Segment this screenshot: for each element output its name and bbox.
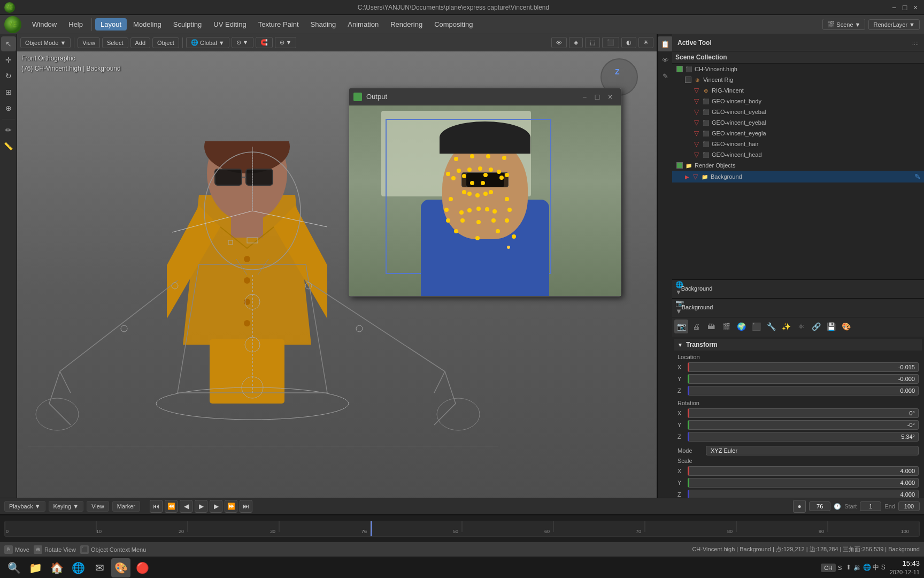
props-tab-view[interactable]: 👁: [658, 52, 673, 67]
props-bg-btn[interactable]: Background: [689, 282, 704, 295]
rot-y[interactable]: -0°: [688, 420, 919, 430]
sc-check-vincent-rig[interactable]: [685, 77, 691, 83]
prop-icon-constraint[interactable]: 🔗: [809, 320, 823, 333]
overlay-btn[interactable]: 👁: [551, 37, 567, 48]
timeline-ruler[interactable]: 0 10 20 30 76 50 60 70 80 90 1: [4, 521, 920, 537]
end-value[interactable]: 100: [898, 501, 920, 511]
jump-end-btn[interactable]: ⏭: [240, 500, 252, 513]
sc-item-geo-eyegla[interactable]: ▽ ⬛ GEO-vincent_eyegla: [672, 128, 924, 139]
viewport[interactable]: Object Mode ▼ View Select Add Object 🌐 G…: [17, 34, 657, 557]
add-menu-btn[interactable]: Add: [130, 37, 151, 48]
prop-icon-particles[interactable]: ✨: [779, 320, 793, 333]
rot-x[interactable]: 0°: [688, 408, 919, 418]
minimize-button[interactable]: −: [890, 3, 898, 12]
object-menu-btn[interactable]: Object: [152, 37, 179, 48]
tool-scale[interactable]: ⊞: [1, 85, 16, 100]
loc-y[interactable]: -0.000: [688, 374, 919, 384]
shading-solid-btn[interactable]: ⬛: [602, 37, 619, 48]
tool-cursor[interactable]: ↖: [1, 36, 16, 51]
sc-item-geo-hair[interactable]: ▽ ⬛ GEO-vincent_hair: [672, 139, 924, 149]
menu-shading[interactable]: Shading: [305, 18, 342, 31]
frame-number[interactable]: [809, 501, 830, 511]
current-frame-dot[interactable]: ●: [793, 500, 806, 513]
maximize-button[interactable]: □: [900, 3, 909, 12]
prop-icon-mod[interactable]: 🔧: [764, 320, 778, 333]
taskbar-blender[interactable]: 🎨: [111, 558, 130, 577]
tool-measure[interactable]: 📏: [1, 139, 16, 154]
scale-y[interactable]: 4.000: [688, 478, 919, 488]
sc-item-geo-eyebal1[interactable]: ▽ ⬛ GEO-vincent_eyebal: [672, 107, 924, 117]
close-button[interactable]: ×: [911, 3, 920, 12]
prop-icon-phys[interactable]: ⚛: [794, 320, 808, 333]
jump-start-btn[interactable]: ⏮: [150, 500, 163, 513]
play-btn[interactable]: ▶: [195, 500, 207, 513]
menu-sculpting[interactable]: Sculpting: [168, 18, 207, 31]
prop-icon-obj[interactable]: ⬛: [749, 320, 763, 333]
tool-transform[interactable]: ⊕: [1, 101, 16, 116]
transform-global-btn[interactable]: 🌐 Global ▼: [186, 37, 229, 48]
output-maximize[interactable]: □: [591, 92, 604, 102]
menu-layout[interactable]: Layout: [95, 18, 127, 31]
object-mode-btn[interactable]: Object Mode ▼: [20, 37, 71, 48]
start-value[interactable]: 1: [860, 501, 881, 511]
marker-btn[interactable]: Marker: [112, 501, 140, 512]
transform-pivot-btn[interactable]: ⊙ ▼: [232, 37, 253, 48]
snap-btn[interactable]: 🧲: [256, 37, 273, 48]
sc-item-geo-head[interactable]: ▽ ⬛ GEO-vincent_head: [672, 149, 924, 160]
tool-annotate[interactable]: ✏: [1, 123, 16, 138]
props-tab-item[interactable]: 📋: [658, 36, 673, 51]
shading-render-btn[interactable]: ☀: [638, 37, 653, 48]
prop-icon-mat[interactable]: 🎨: [839, 320, 853, 333]
taskbar-mail[interactable]: ✉: [90, 558, 109, 577]
select-menu-btn[interactable]: Select: [102, 37, 128, 48]
prop-icon-output[interactable]: 🖨: [689, 320, 703, 333]
mode-value[interactable]: XYZ Euler: [706, 446, 919, 455]
output-titlebar[interactable]: Output − □ ×: [349, 88, 621, 105]
loc-z[interactable]: 0.000: [688, 386, 919, 396]
taskbar-red-app[interactable]: 🔴: [133, 558, 152, 577]
menu-help[interactable]: Help: [63, 18, 88, 31]
prev-frame-btn[interactable]: ⏪: [165, 500, 178, 513]
view-menu-btn[interactable]: View: [78, 37, 100, 48]
menu-window[interactable]: Window: [27, 18, 62, 31]
sc-check-render[interactable]: [676, 162, 683, 169]
sc-item-background[interactable]: ▶ ▽ 📁 Background ✎: [672, 171, 924, 182]
playback-btn[interactable]: Playback ▼: [4, 501, 45, 512]
scene-selector[interactable]: 🎬Scene▼: [822, 19, 865, 30]
view-timeline-btn[interactable]: View: [87, 501, 109, 512]
taskbar-files[interactable]: 📁: [26, 558, 45, 577]
output-close[interactable]: ×: [604, 92, 617, 102]
sc-item-vincent-rig[interactable]: ⊕ Vincent Rig: [672, 74, 924, 85]
taskbar-browser[interactable]: 🌐: [68, 558, 88, 577]
menu-animation[interactable]: Animation: [342, 18, 384, 31]
blender-logo-main[interactable]: 🌿: [4, 16, 21, 33]
prop-icon-render[interactable]: 📷: [674, 320, 688, 333]
xray-btn[interactable]: ◈: [569, 37, 583, 48]
menu-compositing[interactable]: Compositing: [429, 18, 478, 31]
sc-item-geo-eyebal2[interactable]: ▽ ⬛ GEO-vincent_eyebal: [672, 117, 924, 128]
taskbar-home[interactable]: 🏠: [47, 558, 66, 577]
menu-texture-paint[interactable]: Texture Paint: [253, 18, 304, 31]
shading-material-btn[interactable]: ◐: [621, 37, 636, 48]
sc-item-geo-body[interactable]: ▽ ⬛ GEO-vincent_body: [672, 96, 924, 107]
menu-uv-editing[interactable]: UV Editing: [208, 18, 251, 31]
prop-icon-view[interactable]: 🏔: [704, 320, 718, 333]
next-frame-btn[interactable]: ⏩: [225, 500, 237, 513]
menu-modeling[interactable]: Modeling: [128, 18, 167, 31]
props-tab-edit[interactable]: ✎: [658, 69, 673, 83]
sc-check-ch-vincent[interactable]: [676, 66, 683, 72]
keying-btn[interactable]: Keying ▼: [49, 501, 84, 512]
sc-item-ch-vincent[interactable]: ⬛ CH-Vincent.high: [672, 64, 924, 74]
props-bg2-btn[interactable]: Background: [690, 301, 705, 314]
prev-keyframe-btn[interactable]: ◀: [180, 500, 192, 513]
loc-x[interactable]: -0.015: [688, 362, 919, 372]
sc-item-render-objects[interactable]: 📁 Render Objects: [672, 160, 924, 171]
shading-wire-btn[interactable]: ⬚: [585, 37, 600, 48]
prop-icon-world[interactable]: 🌍: [734, 320, 748, 333]
prop-icon-data[interactable]: 💾: [824, 320, 838, 333]
output-minimize[interactable]: −: [578, 92, 591, 102]
transform-header[interactable]: ▼ Transform: [674, 339, 922, 351]
prop-icon-scene[interactable]: 🎬: [719, 320, 733, 333]
sc-item-rig-vincent[interactable]: ▽ ⊕ RIG-Vincent: [672, 85, 924, 96]
menu-rendering[interactable]: Rendering: [385, 18, 428, 31]
